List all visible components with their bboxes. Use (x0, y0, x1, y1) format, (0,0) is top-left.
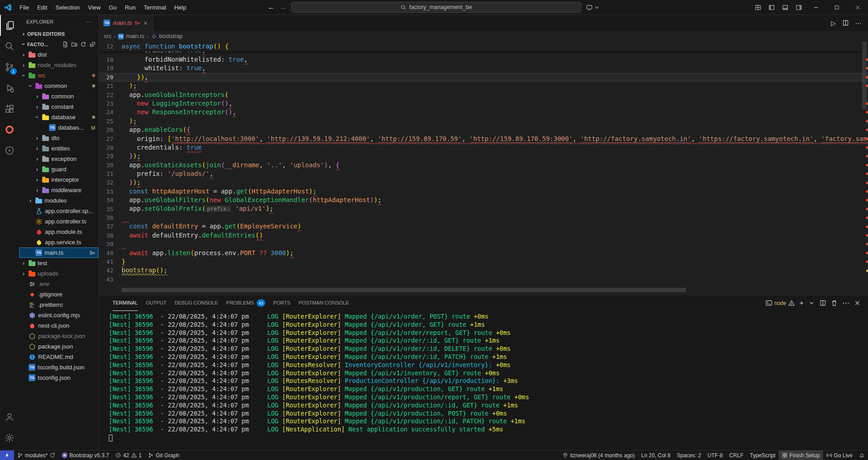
sticky-scroll-line[interactable]: 12async function bootstrap() { (99, 42, 862, 51)
code-editor[interactable]: 12async function bootstrap() { transform… (99, 42, 868, 295)
code-line-26[interactable]: 26 app.enableCors({ (99, 126, 868, 134)
close-panel-icon[interactable] (854, 300, 861, 306)
terminal-dropdown-icon[interactable] (808, 300, 815, 306)
explorer-icon[interactable] (0, 15, 19, 36)
open-editors-section[interactable]: › OPEN EDITORS (19, 29, 98, 39)
cursor-position[interactable]: Ln 20, Col 8 (638, 450, 674, 460)
code-line-37[interactable]: 37 const defaultEntry = app.get(Employee… (99, 222, 868, 231)
tab-close-icon[interactable] (143, 20, 148, 26)
split-terminal-icon[interactable] (819, 300, 826, 306)
tree-item-tsconfig-build-json[interactable]: TStsconfig.build.json (19, 362, 98, 373)
code-line-22[interactable]: 22 app.useGlobalInterceptors( (99, 91, 868, 99)
breadcrumb-bootstrap[interactable]: bootstrap (159, 33, 183, 39)
panel-tab-ports[interactable]: PORTS (273, 295, 291, 311)
tree-item-package-json[interactable]: package.json (19, 341, 98, 352)
tree-item-common[interactable]: ›common (19, 91, 98, 102)
horizontal-scrollbar[interactable] (122, 288, 686, 292)
tree-item-interceptor[interactable]: ›interceptor (19, 174, 98, 185)
remote-window-icon[interactable] (586, 4, 600, 11)
settings-gear-icon[interactable] (0, 427, 19, 448)
code-line-36[interactable]: 36 (99, 213, 868, 222)
tree-item-guard[interactable]: ›guard (19, 164, 98, 174)
more-actions-icon[interactable]: ⋯ (855, 19, 862, 27)
language-mode[interactable]: TypeScript (746, 450, 779, 460)
code-line-20[interactable]: 20 }), (99, 73, 868, 82)
primary-sidebar-icon[interactable] (765, 0, 778, 15)
indentation[interactable]: Spaces: 2 (674, 450, 704, 460)
run-debug-icon[interactable] (0, 77, 19, 98)
tree-item-node-modules[interactable]: ›node_modules (19, 60, 98, 70)
code-line-18[interactable]: 18 forbidNonWhitelisted: true, (99, 55, 868, 64)
forward-icon[interactable]: → (279, 3, 287, 11)
code-line-28[interactable]: 28 credentials: true (99, 143, 868, 152)
tree-item-package-lock-json[interactable]: package-lock.json (19, 331, 98, 341)
tree-item-common[interactable]: ›common (19, 81, 98, 91)
code-line-32[interactable]: 32 }); (99, 178, 868, 187)
maximize-button[interactable] (826, 0, 847, 15)
tree-item-exception[interactable]: ›exception (19, 154, 98, 164)
tree-item-test[interactable]: ›test (19, 258, 98, 268)
panel-tab-debug-console[interactable]: DEBUG CONSOLE (175, 295, 218, 311)
code-line-39[interactable]: 39 (99, 240, 868, 248)
tree-item-readme-md[interactable]: README.md (19, 352, 98, 362)
code-line-23[interactable]: 23 new LoggingInterceptor(), (99, 99, 868, 108)
tree-item-eslint-config-mjs[interactable]: eslint.config.mjs (19, 310, 98, 320)
code-line-24[interactable]: 24 new ResponseInterceptor(), (99, 108, 868, 116)
thunder-client-icon[interactable] (0, 140, 19, 161)
project-section[interactable]: › FACTO... (19, 39, 98, 49)
encoding[interactable]: UTF-8 (704, 450, 726, 460)
tree-item-middleware[interactable]: ›middleware (19, 185, 98, 195)
extension-ring-icon[interactable] (0, 119, 19, 140)
menu-selection[interactable]: Selection (51, 0, 83, 15)
split-editor-icon[interactable] (842, 19, 849, 26)
tree-item-app-controller-sp[interactable]: app.controller.sp... (19, 206, 98, 216)
tree-item-env[interactable]: .env (19, 279, 98, 289)
minimize-button[interactable] (805, 0, 826, 15)
tree-item-src[interactable]: ›src (19, 70, 98, 81)
tree-item-modules[interactable]: ›modules (19, 195, 98, 206)
refresh-icon[interactable] (80, 41, 87, 48)
terminal-output[interactable]: [Nest] 36596 - 22/08/2025, 4:24:07 pm LO… (99, 311, 868, 450)
code-line-38[interactable]: 38 await defaultEntry.defaultEntries() (99, 231, 868, 240)
back-icon[interactable]: ← (268, 3, 275, 11)
tree-item-nest-cli-json[interactable]: nest-cli.json (19, 320, 98, 331)
search-input[interactable]: factory_management_be (291, 2, 581, 13)
new-file-icon[interactable] (62, 41, 68, 48)
secondary-sidebar-icon[interactable] (792, 0, 805, 15)
new-folder-icon[interactable] (71, 41, 78, 48)
git-blame[interactable]: itzneeraj06 (4 months ago) (559, 450, 638, 460)
breadcrumb-main-ts[interactable]: main.ts (126, 33, 144, 39)
code-line-33[interactable]: 33 const httpAdapterHost = app.get(HttpA… (99, 187, 868, 196)
git-graph[interactable]: Git Graph (145, 450, 182, 460)
remote-indicator[interactable] (0, 450, 14, 460)
tree-item-main-ts[interactable]: TSmain.ts9+ (19, 247, 98, 258)
panel-tab-output[interactable]: OUTPUT (146, 295, 166, 311)
branch-status[interactable]: modules* (14, 450, 59, 460)
menu-go[interactable]: Go (105, 0, 121, 15)
code-line-40[interactable]: 40 await app.listen(process.env.PORT ?? … (99, 249, 868, 257)
tree-item-tsconfig-json[interactable]: TStsconfig.json (19, 373, 98, 383)
problems-status[interactable]: 421 (112, 450, 145, 460)
account-icon[interactable] (0, 407, 19, 427)
code-line-41[interactable]: 41} (99, 257, 868, 266)
tree-item-uploads[interactable]: ›uploads (19, 268, 98, 279)
tree-item-app-service-ts[interactable]: app.service.ts (19, 237, 98, 247)
code-line-30[interactable]: 30 app.useStaticAssets(join(__dirname, '… (99, 161, 868, 169)
run-file-icon[interactable]: ▷ (831, 19, 836, 27)
tree-item-dist[interactable]: ›dist (19, 49, 98, 60)
panel-more-icon[interactable]: ⋯ (842, 299, 849, 307)
panel-toggle-icon[interactable] (778, 0, 792, 15)
tree-item-database[interactable]: ›database (19, 112, 98, 122)
code-line-43[interactable]: 43 (99, 275, 868, 284)
tree-item-dto[interactable]: ›dto (19, 133, 98, 143)
tree-item-databas[interactable]: TSdatabas...M (19, 122, 98, 133)
kill-terminal-icon[interactable] (831, 300, 838, 306)
search-icon[interactable] (0, 36, 19, 57)
finish-setup[interactable]: Finish Setup (779, 450, 823, 460)
collapse-all-icon[interactable] (89, 41, 96, 48)
tab-main-ts[interactable]: TS main.ts 9+ (99, 15, 153, 31)
tree-item-constant[interactable]: ›constant (19, 102, 98, 112)
menu-terminal[interactable]: Terminal (140, 0, 170, 15)
bootstrap-version[interactable]: BBootstrap v5.3.7 (59, 450, 112, 460)
tree-item-app-module-ts[interactable]: app.module.ts (19, 227, 98, 237)
